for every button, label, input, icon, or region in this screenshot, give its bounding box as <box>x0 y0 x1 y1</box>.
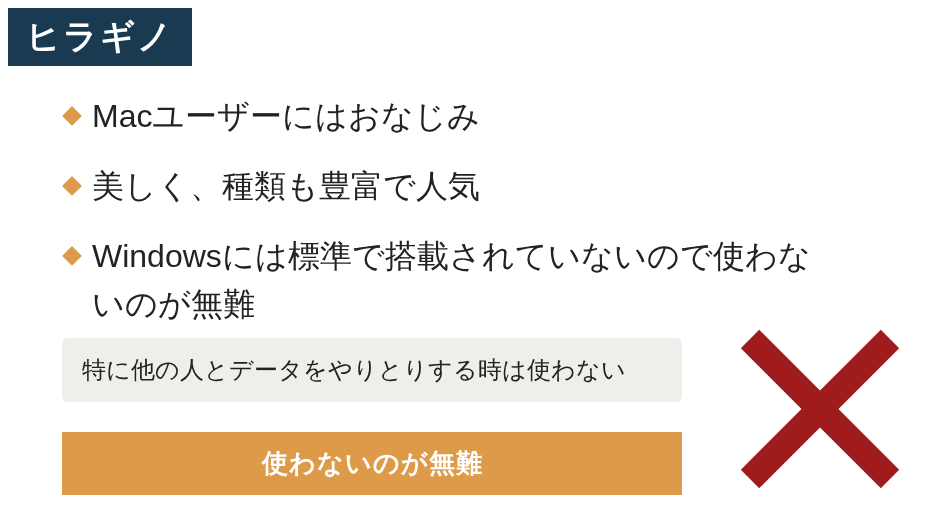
list-item: Windowsには標準で搭載されていないので使わないのが無難 <box>62 232 842 328</box>
list-item: 美しく、種類も豊富で人気 <box>62 162 842 210</box>
cross-icon <box>730 319 910 499</box>
note-text: 特に他の人とデータをやりとりする時は使わない <box>82 356 626 383</box>
bullet-text: 美しく、種類も豊富で人気 <box>92 162 842 210</box>
diamond-icon <box>62 106 82 126</box>
list-item: Macユーザーにはおなじみ <box>62 92 842 140</box>
bullet-text: Macユーザーにはおなじみ <box>92 92 842 140</box>
note-box: 特に他の人とデータをやりとりする時は使わない <box>62 338 682 402</box>
banner-text: 使わないのが無難 <box>262 448 483 478</box>
recommendation-banner: 使わないのが無難 <box>62 432 682 495</box>
svg-rect-1 <box>62 176 82 196</box>
bullet-text: Windowsには標準で搭載されていないので使わないのが無難 <box>92 232 842 328</box>
svg-rect-0 <box>62 106 82 126</box>
diamond-icon <box>62 246 82 266</box>
bullet-list: Macユーザーにはおなじみ 美しく、種類も豊富で人気 Windowsには標準で搭… <box>62 92 842 350</box>
svg-rect-2 <box>62 246 82 266</box>
diamond-icon <box>62 176 82 196</box>
slide-title-badge: ヒラギノ <box>8 8 192 66</box>
slide-title-text: ヒラギノ <box>26 17 174 55</box>
